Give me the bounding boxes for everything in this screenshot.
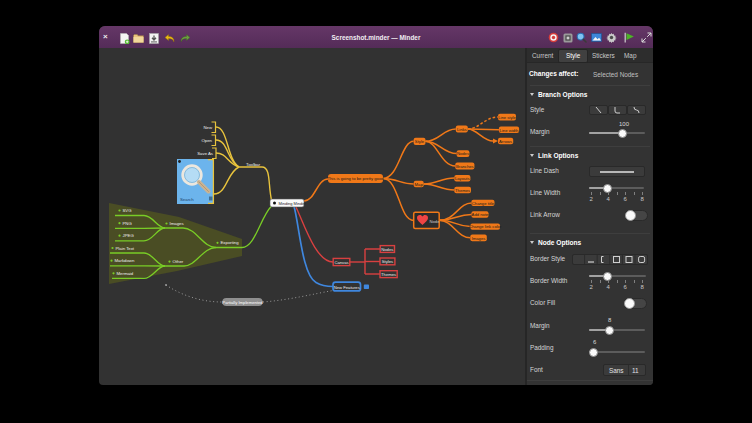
svg-text:New Features: New Features bbox=[334, 285, 360, 290]
svg-text:Plain Text: Plain Text bbox=[116, 246, 135, 251]
svg-text:Themes: Themes bbox=[381, 272, 396, 277]
svg-text:Minding Minder: Minding Minder bbox=[279, 201, 307, 206]
svg-text:PNG: PNG bbox=[123, 221, 133, 226]
svg-text:Layouts: Layouts bbox=[455, 176, 470, 181]
svg-text:Node: Node bbox=[430, 219, 441, 224]
svg-text:Branches: Branches bbox=[456, 164, 474, 169]
svg-text:Line style: Line style bbox=[498, 115, 516, 120]
svg-text:Nodes: Nodes bbox=[457, 151, 469, 156]
svg-text:Map: Map bbox=[415, 182, 424, 187]
svg-text:Toolbar: Toolbar bbox=[246, 162, 261, 167]
svg-text:New: New bbox=[203, 125, 212, 130]
svg-text:Other: Other bbox=[173, 259, 184, 264]
svg-text:Save As: Save As bbox=[197, 151, 213, 156]
svg-text:Nodes: Nodes bbox=[381, 247, 393, 252]
svg-text:JPEG: JPEG bbox=[123, 233, 135, 238]
svg-text:Mermaid: Mermaid bbox=[117, 271, 134, 276]
svg-text:Images: Images bbox=[170, 221, 184, 226]
svg-text:Style: Style bbox=[415, 139, 425, 144]
svg-text:Search: Search bbox=[180, 197, 194, 202]
svg-text:Markdown: Markdown bbox=[115, 258, 135, 263]
svg-text:Styles: Styles bbox=[382, 259, 393, 264]
svg-text:Change link color: Change link color bbox=[469, 224, 502, 229]
svg-text:Images: Images bbox=[472, 236, 486, 241]
svg-text:SVG: SVG bbox=[123, 208, 133, 213]
svg-text:Line width: Line width bbox=[500, 128, 520, 133]
svg-text:Partially Implemented: Partially Implemented bbox=[222, 300, 263, 305]
svg-text:Canvas: Canvas bbox=[334, 260, 348, 265]
svg-text:Links: Links bbox=[457, 127, 467, 132]
svg-text:This is going to be pretty goo: This is going to be pretty good bbox=[327, 176, 384, 181]
svg-text:Arrows: Arrows bbox=[499, 139, 512, 144]
svg-text:Change title: Change title bbox=[472, 201, 495, 206]
svg-text:Open: Open bbox=[201, 138, 212, 143]
svg-text:Themes: Themes bbox=[455, 188, 470, 193]
svg-text:Add note: Add note bbox=[472, 212, 489, 217]
svg-text:Exporting: Exporting bbox=[221, 240, 240, 245]
